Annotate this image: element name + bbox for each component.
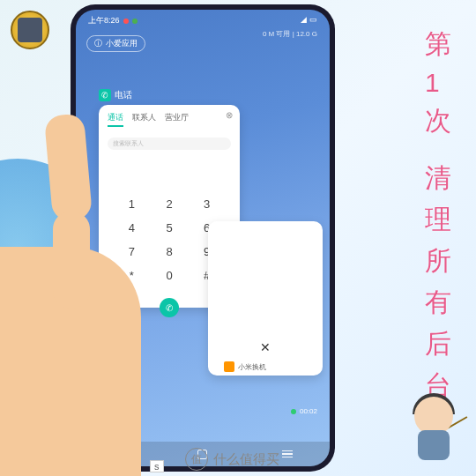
clock: 上午8:26	[88, 15, 120, 26]
key-8[interactable]: 8	[152, 242, 187, 262]
key-5[interactable]: 5	[152, 218, 187, 238]
close-icon[interactable]: ✕	[260, 340, 271, 354]
key-1[interactable]: 1	[115, 194, 149, 214]
screen-record-timer[interactable]: 00:02	[291, 407, 317, 415]
rec-indicator-icon	[123, 19, 129, 24]
status-dot-icon	[132, 19, 138, 24]
miswitch-app-icon	[224, 361, 234, 372]
phone-app-icon: ✆	[99, 89, 111, 101]
tab-services[interactable]: 营业厅	[165, 112, 189, 127]
caption-text: 第 1 次 清 理 所 有 后 台	[425, 26, 451, 404]
recents-button[interactable]	[282, 450, 293, 458]
key-0[interactable]: 0	[152, 265, 187, 286]
xiaoai-pill[interactable]: ⓘ 小爱应用	[86, 35, 145, 52]
xiaoai-icon: ⓘ	[94, 38, 102, 49]
tab-calls[interactable]: 通话	[108, 112, 123, 127]
mascot-character	[398, 390, 469, 469]
key-7[interactable]: 7	[115, 242, 149, 262]
close-icon[interactable]: ⊗	[226, 110, 233, 120]
memory-status: 0 M 可用 | 12.0 G	[263, 29, 317, 39]
watermark: 值 什么值得买	[185, 448, 279, 471]
signal-icon: ◢ ▭	[301, 15, 317, 26]
key-2[interactable]: 2	[152, 194, 187, 214]
watermark-badge: 值	[185, 448, 208, 471]
recents-card-miswitch[interactable]: 换机 ✕ 小米换机	[208, 221, 323, 376]
author-badge	[11, 11, 49, 49]
tab-contacts[interactable]: 联系人	[132, 112, 156, 127]
key-3[interactable]: 3	[190, 194, 224, 214]
search-input[interactable]: 搜索联系人	[108, 138, 231, 150]
key-4[interactable]: 4	[115, 218, 149, 238]
call-button[interactable]: ✆	[160, 298, 179, 317]
record-dot-icon	[291, 409, 296, 414]
corner-mark: s	[150, 460, 164, 472]
